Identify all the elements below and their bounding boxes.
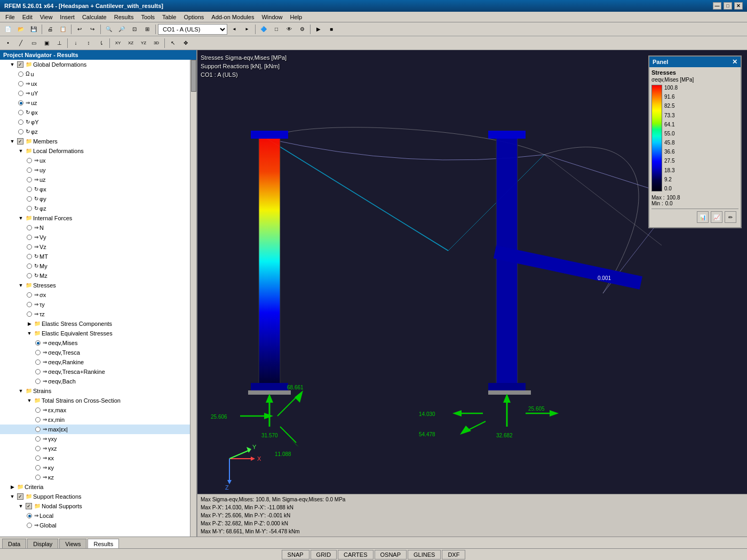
- status-osnap[interactable]: OSNAP: [375, 550, 407, 559]
- radio-local-sr[interactable]: [27, 513, 32, 518]
- load2-btn[interactable]: ↕: [83, 37, 94, 49]
- radio-sigtresca[interactable]: [35, 350, 41, 355]
- tree-node-ux[interactable]: ⇒ ux: [0, 79, 190, 89]
- tree-node-sigmax[interactable]: ⇒ σx: [0, 290, 190, 300]
- tree-node-phiz[interactable]: ↻ φz: [0, 127, 190, 137]
- next-case-btn[interactable]: ►: [241, 23, 253, 35]
- tree-node-kappax[interactable]: ⇒ κx: [0, 453, 190, 463]
- tree-node-sigrankine[interactable]: ⇒ σeqv,Rankine: [0, 357, 190, 367]
- select-btn[interactable]: ↖: [167, 37, 179, 49]
- check-support-reactions[interactable]: [17, 493, 23, 500]
- tree-node-support-reactions[interactable]: ▼ 📁 Support Reactions: [0, 492, 190, 501]
- tree-node-my[interactable]: ↻ My: [0, 261, 190, 271]
- radio-n[interactable]: [27, 225, 32, 230]
- window-controls[interactable]: — □ ✕: [713, 2, 743, 10]
- status-snap[interactable]: SNAP: [282, 550, 309, 559]
- view-yz[interactable]: YZ: [138, 37, 149, 49]
- radio-sigtrankine[interactable]: [35, 369, 41, 374]
- zoom-in[interactable]: 🔍: [103, 23, 115, 35]
- menu-table[interactable]: Table: [159, 13, 179, 21]
- tree-node-sigtresca[interactable]: ⇒ σeqv,Tresca: [0, 348, 190, 357]
- zoom-out[interactable]: 🔎: [116, 23, 128, 35]
- radio-lphiy[interactable]: [27, 196, 32, 202]
- check-global-def[interactable]: [17, 61, 23, 68]
- save-btn[interactable]: 💾: [28, 23, 39, 35]
- radio-mt[interactable]: [27, 254, 32, 259]
- tree-node-local-def[interactable]: ▼ 📁 Local Deformations: [0, 146, 190, 156]
- hide-btn[interactable]: 👁: [283, 23, 295, 35]
- tree-node-uy[interactable]: ⇒ uY: [0, 89, 190, 98]
- tree-node-vy[interactable]: ⇒ Vy: [0, 233, 190, 242]
- maximize-btn[interactable]: □: [724, 2, 732, 10]
- status-glines[interactable]: GLINES: [408, 550, 441, 559]
- support-btn[interactable]: ⊥: [53, 37, 65, 49]
- radio-vy[interactable]: [27, 235, 32, 240]
- tab-views[interactable]: Views: [59, 539, 86, 548]
- settings-btn[interactable]: ⚙: [296, 23, 308, 35]
- radio-kappax[interactable]: [35, 455, 41, 461]
- radio-lphix[interactable]: [27, 187, 32, 192]
- radio-luy[interactable]: [27, 167, 32, 173]
- tree-node-sigtrankine[interactable]: ⇒ σeqv,Tresca+Rankine: [0, 367, 190, 377]
- panel-table-btn[interactable]: 📊: [697, 211, 709, 223]
- close-btn[interactable]: ✕: [734, 2, 743, 10]
- view-3d[interactable]: 3D: [150, 37, 162, 49]
- radio-global-sr[interactable]: [27, 523, 32, 528]
- tree-node-maxex[interactable]: ⇒ max|εx|: [0, 425, 190, 434]
- menu-insert[interactable]: Insert: [57, 13, 78, 21]
- menu-view[interactable]: View: [37, 13, 56, 21]
- tree-node-lux[interactable]: ⇒ ux: [0, 156, 190, 165]
- menu-addon[interactable]: Add-on Modules: [208, 13, 257, 21]
- radio-uy[interactable]: [18, 91, 23, 96]
- solid-btn[interactable]: ▣: [41, 37, 52, 49]
- radio-lux[interactable]: [27, 158, 32, 163]
- viewport[interactable]: Stresses Sigma-eqv,Mises [MPa] Support R…: [197, 50, 747, 537]
- print-btn[interactable]: 🖨: [44, 23, 56, 35]
- open-btn[interactable]: 📂: [15, 23, 27, 35]
- surface-btn[interactable]: ▭: [28, 37, 39, 49]
- radio-phix[interactable]: [18, 110, 23, 115]
- prev-case-btn[interactable]: ◄: [228, 23, 240, 35]
- tree-node-u[interactable]: Ω u: [0, 69, 190, 79]
- tree-node-kappaz[interactable]: ⇒ κz: [0, 473, 190, 482]
- radio-uz[interactable]: [18, 100, 23, 106]
- tree-node-uz[interactable]: ⇒ uz: [0, 98, 190, 108]
- redo-btn[interactable]: ↪: [86, 23, 98, 35]
- radio-gammaxy[interactable]: [35, 436, 41, 442]
- radio-phiz[interactable]: [18, 129, 23, 134]
- tree-scroll-thumb[interactable]: [191, 60, 196, 92]
- radio-tauy[interactable]: [27, 302, 32, 307]
- tree-node-mz[interactable]: ↻ Mz: [0, 271, 190, 281]
- radio-luz[interactable]: [27, 177, 32, 182]
- tab-display[interactable]: Display: [27, 539, 58, 548]
- radio-exmax[interactable]: [35, 407, 41, 413]
- tree-node-exmax[interactable]: ⇒ εx,max: [0, 405, 190, 415]
- tree-node-global-def[interactable]: ▼ 📁 Global Deformations: [0, 60, 190, 69]
- menu-edit[interactable]: Edit: [19, 13, 36, 21]
- tree-node-lphiz[interactable]: ↻ φz: [0, 204, 190, 213]
- check-members[interactable]: [17, 138, 23, 145]
- tree-scrollbar[interactable]: [190, 60, 196, 537]
- tree-node-lphix[interactable]: ↻ φx: [0, 185, 190, 194]
- tree-node-tauy[interactable]: ⇒ τy: [0, 300, 190, 309]
- radio-sigrankine[interactable]: [35, 359, 41, 365]
- tree-node-luy[interactable]: ⇒ uy: [0, 165, 190, 175]
- check-nodal-supports[interactable]: [26, 503, 32, 509]
- panel-settings-btn[interactable]: ✏: [725, 211, 736, 223]
- tree-node-exmin[interactable]: ⇒ εx,min: [0, 415, 190, 425]
- tree-container[interactable]: ▼ 📁 Global Deformations Ω u ⇒: [0, 60, 190, 537]
- menu-calculate[interactable]: Calculate: [79, 13, 110, 21]
- menu-options[interactable]: Options: [180, 13, 207, 21]
- menu-help[interactable]: Help: [287, 13, 306, 21]
- print2-btn[interactable]: 📋: [57, 23, 69, 35]
- tree-node-members[interactable]: ▼ 📁 Members: [0, 137, 190, 146]
- tree-node-kappay[interactable]: ⇒ κy: [0, 463, 190, 473]
- tree-node-elastic-comp[interactable]: ▶ 📁 Elastic Stress Components: [0, 319, 190, 329]
- menu-file[interactable]: File: [2, 13, 18, 21]
- zoom-fit[interactable]: ⊡: [129, 23, 140, 35]
- tree-node-sigbach[interactable]: ⇒ σeqv,Bach: [0, 377, 190, 386]
- tree-node-gammaxz[interactable]: ⇒ γxz: [0, 444, 190, 453]
- view-xz[interactable]: XZ: [125, 37, 137, 49]
- radio-tauz[interactable]: [27, 311, 32, 317]
- line-btn[interactable]: ╱: [15, 37, 27, 49]
